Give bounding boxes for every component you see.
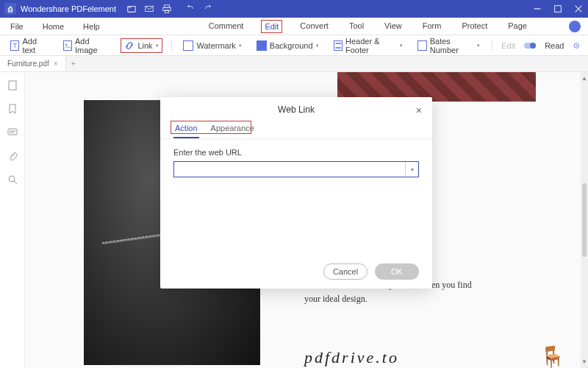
dialog-title: Web Link bbox=[278, 105, 315, 115]
tool-watermark-label: Watermark bbox=[196, 41, 235, 50]
tool-add-text-label: Add text bbox=[22, 37, 48, 54]
scroll-down-icon[interactable]: ▼ bbox=[581, 358, 587, 365]
menu-page[interactable]: Page bbox=[505, 20, 530, 33]
mail-icon[interactable] bbox=[144, 4, 154, 14]
maximize-icon[interactable] bbox=[553, 4, 563, 14]
dialog-tabs: Action Appearance bbox=[160, 122, 432, 139]
settings-icon[interactable] bbox=[573, 41, 581, 50]
ok-button[interactable]: OK bbox=[375, 263, 419, 280]
link-icon bbox=[124, 40, 135, 51]
menu-form[interactable]: Form bbox=[420, 20, 445, 33]
menu-help[interactable]: Help bbox=[80, 21, 103, 32]
tool-header-footer[interactable]: Header & Footer ▾ bbox=[331, 35, 406, 56]
chair-icon: 🪑 bbox=[539, 344, 565, 368]
chevron-down-icon: ▾ bbox=[316, 43, 319, 49]
tab-close-icon[interactable]: × bbox=[54, 60, 58, 68]
toolbar: T Add text Add Image Link ▾ Watermark ▾ … bbox=[0, 35, 588, 56]
tool-background[interactable]: Background ▾ bbox=[254, 39, 322, 52]
tab-action[interactable]: Action bbox=[173, 122, 199, 138]
scroll-up-icon[interactable]: ▲ bbox=[581, 75, 587, 82]
web-link-dialog: Web Link × Action Appearance Enter the w… bbox=[160, 97, 432, 289]
comments-icon[interactable] bbox=[7, 127, 18, 138]
menu-file[interactable]: File bbox=[7, 21, 26, 32]
watermark-icon bbox=[183, 40, 193, 51]
menu-home[interactable]: Home bbox=[40, 21, 67, 32]
svg-rect-14 bbox=[9, 81, 16, 90]
titlebar: ⎙ Wondershare PDFelement bbox=[0, 0, 588, 18]
image-icon bbox=[63, 40, 72, 51]
tab-furniture[interactable]: Furniture.pdf × bbox=[0, 56, 66, 71]
url-dropdown-button[interactable]: ▾ bbox=[405, 162, 418, 177]
close-window-icon[interactable] bbox=[573, 4, 584, 14]
tab-label: Furniture.pdf bbox=[7, 60, 49, 68]
menu-convert[interactable]: Convert bbox=[297, 20, 331, 33]
tool-link[interactable]: Link ▾ bbox=[121, 38, 162, 53]
undo-icon[interactable] bbox=[185, 4, 196, 14]
vertical-scrollbar[interactable]: ▲ ▼ bbox=[581, 72, 588, 368]
close-icon[interactable]: × bbox=[416, 105, 422, 116]
menu-protect[interactable]: Protect bbox=[459, 20, 490, 33]
svg-rect-0 bbox=[128, 7, 136, 13]
svg-point-18 bbox=[9, 176, 15, 182]
tab-add-button[interactable]: + bbox=[66, 56, 81, 71]
open-icon[interactable] bbox=[126, 4, 137, 14]
redo-icon[interactable] bbox=[203, 4, 213, 14]
url-field-label: Enter the web URL bbox=[173, 148, 419, 157]
tool-add-text[interactable]: T Add text bbox=[7, 35, 51, 56]
menu-comment[interactable]: Comment bbox=[206, 20, 247, 33]
minimize-icon[interactable] bbox=[532, 4, 542, 14]
tab-appearance[interactable]: Appearance bbox=[209, 122, 256, 138]
mode-toggle[interactable] bbox=[524, 43, 536, 49]
tool-watermark[interactable]: Watermark ▾ bbox=[180, 39, 244, 52]
bates-icon bbox=[417, 40, 426, 51]
tool-header-footer-label: Header & Footer bbox=[345, 37, 397, 54]
tool-bates[interactable]: Bates Number ▾ bbox=[415, 35, 483, 56]
print-icon[interactable] bbox=[162, 4, 172, 14]
document-tabs: Furniture.pdf × + bbox=[0, 56, 588, 72]
svg-line-19 bbox=[14, 181, 17, 184]
header-footer-icon bbox=[334, 40, 343, 51]
mode-read-label: Read bbox=[545, 41, 564, 50]
background-icon bbox=[257, 40, 267, 51]
tool-add-image-label: Add Image bbox=[75, 37, 109, 54]
menu-view[interactable]: View bbox=[381, 20, 405, 33]
tool-add-image[interactable]: Add Image bbox=[60, 35, 112, 56]
thumbnails-icon[interactable] bbox=[7, 79, 18, 91]
svg-point-9 bbox=[65, 43, 66, 45]
chevron-down-icon: ▾ bbox=[239, 43, 242, 49]
divider bbox=[492, 40, 492, 52]
attachments-icon[interactable] bbox=[7, 150, 18, 162]
tool-link-label: Link bbox=[137, 41, 152, 50]
app-title: Wondershare PDFelement bbox=[21, 4, 116, 13]
cancel-button[interactable]: Cancel bbox=[323, 263, 368, 280]
mode-edit-label: Edit bbox=[501, 41, 515, 50]
avatar[interactable] bbox=[569, 21, 581, 32]
chevron-down-icon: ▾ bbox=[400, 43, 403, 49]
chevron-down-icon: ▾ bbox=[156, 43, 159, 49]
tool-bates-label: Bates Number bbox=[430, 37, 475, 54]
menu-edit[interactable]: Edit bbox=[261, 20, 282, 33]
menubar: File Home Help Comment Edit Convert Tool… bbox=[0, 18, 588, 35]
divider bbox=[171, 40, 172, 52]
svg-rect-6 bbox=[555, 6, 562, 13]
scrollbar-thumb[interactable] bbox=[582, 183, 587, 257]
svg-rect-15 bbox=[8, 129, 17, 135]
text-icon: T bbox=[10, 40, 19, 51]
svg-rect-2 bbox=[165, 5, 170, 8]
svg-point-13 bbox=[576, 45, 578, 46]
url-input-group: ▾ bbox=[173, 161, 419, 177]
document-brand-text: pdfdrive.to bbox=[304, 348, 399, 367]
tool-background-label: Background bbox=[270, 41, 313, 50]
app-logo-icon: ⎙ bbox=[4, 3, 16, 15]
menu-tool[interactable]: Tool bbox=[346, 20, 367, 33]
search-icon[interactable] bbox=[7, 174, 18, 185]
bookmark-icon[interactable] bbox=[7, 103, 18, 115]
url-input[interactable] bbox=[174, 162, 405, 177]
chevron-down-icon: ▾ bbox=[477, 43, 480, 49]
sidebar bbox=[0, 72, 25, 368]
